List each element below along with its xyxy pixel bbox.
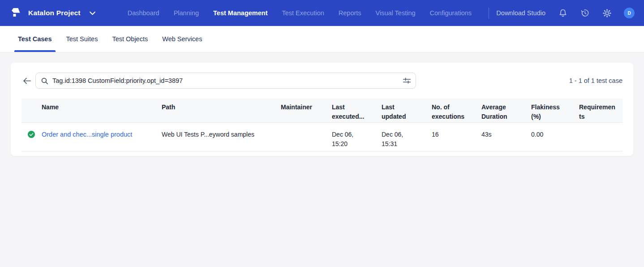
cell-name: Order and chec...single product	[42, 123, 162, 151]
col-header-executions[interactable]: No. of executions	[432, 99, 481, 123]
nav-item-reports[interactable]: Reports	[339, 9, 361, 17]
tab-test-cases[interactable]: Test Cases	[14, 26, 56, 52]
arrow-left-icon	[23, 78, 31, 84]
col-header-flakiness[interactable]: Flakiness (%)	[531, 99, 579, 123]
back-button[interactable]	[21, 75, 32, 86]
user-avatar[interactable]: D	[624, 8, 635, 18]
cell-requirements	[579, 123, 623, 151]
col-header-requirements[interactable]: Requiremen ts	[579, 99, 623, 123]
col-header-last-updated[interactable]: Last updated	[382, 99, 432, 123]
nav-item-configurations[interactable]: Configurations	[430, 9, 472, 17]
test-case-link[interactable]: Order and chec...single product	[42, 131, 132, 138]
check-circle-icon	[28, 131, 35, 138]
cell-avg-duration: 43s	[481, 123, 531, 151]
cell-maintainer	[281, 123, 332, 151]
test-cases-table: Name Path Maintainer Last executed... La…	[21, 99, 623, 151]
project-name[interactable]: Katalon Project	[28, 9, 81, 17]
bell-icon[interactable]	[558, 9, 567, 17]
chevron-down-icon[interactable]	[90, 11, 95, 15]
col-header-maintainer[interactable]: Maintainer	[281, 99, 332, 123]
cell-flakiness: 0.00	[531, 123, 579, 151]
nav-item-dashboard[interactable]: Dashboard	[128, 9, 159, 17]
test-cases-card: 1 - 1 of 1 test case Name Path Maintaine…	[11, 63, 633, 156]
status-cell	[21, 123, 42, 151]
search-toolbar: 1 - 1 of 1 test case	[21, 73, 623, 89]
gear-icon[interactable]	[602, 9, 612, 18]
col-header-path[interactable]: Path	[162, 99, 281, 123]
nav-item-test-management[interactable]: Test Management	[213, 9, 267, 17]
search-input[interactable]	[52, 77, 402, 84]
col-header-avg-duration[interactable]: Average Duration	[481, 99, 531, 123]
tab-test-suites[interactable]: Test Suites	[63, 26, 102, 52]
cell-last-executed: Dec 06, 15:20	[332, 123, 382, 151]
test-management-tabbar: Test Cases Test Suites Test Objects Web …	[0, 26, 644, 52]
search-box[interactable]	[35, 73, 416, 89]
history-icon[interactable]	[580, 9, 589, 17]
filter-button[interactable]	[402, 76, 412, 85]
cell-executions: 16	[432, 123, 481, 151]
main-nav: Dashboard Planning Test Management Test …	[128, 9, 472, 17]
nav-item-test-execution[interactable]: Test Execution	[282, 9, 324, 17]
col-header-last-executed[interactable]: Last executed...	[332, 99, 382, 123]
tab-web-services[interactable]: Web Services	[159, 26, 206, 52]
nav-item-planning[interactable]: Planning	[174, 9, 199, 17]
top-navbar: Katalon Project Dashboard Planning Test …	[0, 0, 644, 26]
cell-last-updated: Dec 06, 15:31	[382, 123, 432, 151]
search-icon	[41, 77, 48, 85]
navbar-right-group: Download Studio	[489, 8, 635, 19]
table-header-row: Name Path Maintainer Last executed... La…	[21, 99, 623, 123]
navbar-divider	[489, 8, 489, 19]
katalon-logo-icon[interactable]	[9, 6, 23, 20]
tab-test-objects[interactable]: Test Objects	[108, 26, 151, 52]
nav-item-visual-testing[interactable]: Visual Testing	[376, 9, 416, 17]
main-content: 1 - 1 of 1 test case Name Path Maintaine…	[0, 52, 644, 166]
cell-path: Web UI Tests P...eyword samples	[162, 123, 281, 151]
col-header-name[interactable]: Name	[42, 99, 162, 123]
table-row: Order and chec...single product Web UI T…	[21, 123, 623, 151]
filter-sliders-icon	[403, 77, 411, 84]
download-studio-link[interactable]: Download Studio	[496, 9, 545, 17]
result-count: 1 - 1 of 1 test case	[569, 77, 623, 84]
col-header-status	[21, 99, 42, 123]
